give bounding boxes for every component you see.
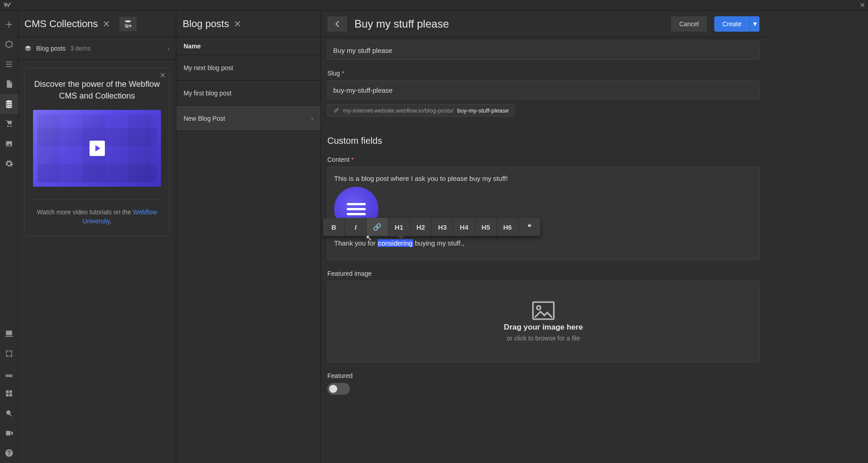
list-item[interactable]: My next blog post bbox=[176, 55, 321, 80]
right-designer-panel bbox=[766, 11, 868, 463]
rail-cube-icon[interactable] bbox=[0, 34, 18, 54]
promo-close-icon[interactable]: ✕ bbox=[160, 71, 165, 80]
rail-pages-icon[interactable] bbox=[0, 74, 18, 94]
add-collection-button[interactable] bbox=[119, 17, 137, 31]
selected-text: considering bbox=[377, 239, 413, 247]
promo-video-thumbnail[interactable] bbox=[33, 110, 161, 187]
rte-h6-button[interactable]: H6 bbox=[497, 218, 519, 236]
panel-cms-collections: CMS Collections ✕ Blog posts 3 items › ✕… bbox=[18, 11, 176, 463]
stack-icon bbox=[24, 45, 32, 52]
chevron-right-icon: › bbox=[311, 115, 313, 122]
slug-label: Slug* bbox=[327, 70, 760, 77]
list-item-label: New Blog Post bbox=[184, 115, 225, 122]
rail-add-icon[interactable] bbox=[0, 14, 18, 34]
close-list-panel-icon[interactable]: ✕ bbox=[234, 19, 241, 29]
window-close-icon[interactable]: ✕ bbox=[859, 1, 865, 9]
dropzone-subtitle: or click to browse for a file bbox=[507, 335, 580, 342]
rte-h4-button[interactable]: H4 bbox=[453, 218, 475, 236]
chevron-right-icon: › bbox=[167, 45, 170, 52]
collection-row-blog-posts[interactable]: Blog posts 3 items › bbox=[18, 37, 176, 60]
list-item-label: My next blog post bbox=[184, 64, 233, 71]
cancel-button[interactable]: Cancel bbox=[671, 16, 707, 32]
rail-search-icon[interactable] bbox=[0, 403, 18, 423]
slug-url-preview: my-internet-website.webflow.io/blog-post… bbox=[327, 104, 514, 117]
rte-paragraph: Thank you for considering buying my stuf… bbox=[334, 239, 753, 247]
left-rail bbox=[0, 11, 18, 463]
blog-posts-title: Blog posts bbox=[183, 18, 229, 30]
rte-paragraph: This is a blog post where I ask you to p… bbox=[334, 175, 753, 182]
editor-title: Buy my stuff please bbox=[354, 18, 449, 30]
cms-collections-title: CMS Collections bbox=[24, 18, 98, 30]
rail-ruler-icon[interactable] bbox=[0, 364, 18, 383]
rail-settings-icon[interactable] bbox=[0, 154, 18, 174]
divider bbox=[33, 199, 161, 200]
content-rte[interactable]: This is a blog post where I ask you to p… bbox=[327, 167, 760, 260]
featured-toggle[interactable] bbox=[327, 383, 350, 395]
slug-input[interactable] bbox=[327, 80, 760, 99]
featured-image-label: Featured image bbox=[327, 270, 760, 277]
rte-h1-button[interactable]: H1 bbox=[388, 218, 410, 236]
image-icon bbox=[531, 301, 556, 320]
rte-toolbar: B I 🔗 H1 H2 H3 H4 H5 H6 ❝ bbox=[323, 218, 540, 236]
panel-blog-posts-list: Blog posts ✕ Name My next blog post My f… bbox=[176, 11, 321, 463]
rail-navigator-icon[interactable] bbox=[0, 54, 18, 74]
rail-help-icon[interactable] bbox=[0, 443, 18, 463]
list-column-header-name: Name bbox=[176, 37, 321, 55]
rte-bold-button[interactable]: B bbox=[323, 218, 345, 236]
rte-h5-button[interactable]: H5 bbox=[475, 218, 497, 236]
featured-image-dropzone[interactable]: Drag your image here or click to browse … bbox=[327, 281, 760, 362]
rte-h3-button[interactable]: H3 bbox=[432, 218, 453, 236]
name-input[interactable] bbox=[327, 41, 760, 60]
rte-h2-button[interactable]: H2 bbox=[410, 218, 432, 236]
list-item[interactable]: My first blog post bbox=[176, 80, 321, 106]
rte-link-button[interactable]: 🔗 bbox=[367, 218, 388, 236]
rte-italic-button[interactable]: I bbox=[345, 218, 367, 236]
promo-title: Discover the power of the Webflow CMS an… bbox=[33, 78, 161, 102]
back-button[interactable] bbox=[327, 16, 347, 32]
create-button[interactable]: Create bbox=[714, 16, 750, 32]
dropzone-title: Drag your image here bbox=[504, 323, 583, 332]
link-icon bbox=[333, 107, 340, 113]
list-item[interactable]: New Blog Post › bbox=[176, 106, 321, 131]
rail-video-icon[interactable] bbox=[0, 423, 18, 443]
rail-audit-icon[interactable] bbox=[0, 324, 18, 344]
rail-assets-icon[interactable] bbox=[0, 134, 18, 154]
promo-foot-text: Watch more video tutorials on the Webflo… bbox=[33, 208, 161, 226]
rail-target-icon[interactable] bbox=[0, 344, 18, 364]
rte-quote-button[interactable]: ❝ bbox=[519, 218, 540, 236]
rail-apps-icon[interactable] bbox=[0, 383, 18, 403]
create-button-caret[interactable]: ▾ bbox=[750, 16, 760, 32]
webflow-logo bbox=[3, 1, 12, 10]
rail-commerce-icon[interactable] bbox=[0, 114, 18, 134]
featured-label: Featured bbox=[327, 372, 760, 379]
custom-fields-heading: Custom fields bbox=[327, 136, 760, 146]
collection-name: Blog posts bbox=[36, 45, 66, 52]
close-cms-panel-icon[interactable]: ✕ bbox=[103, 19, 110, 29]
rail-cms-icon[interactable] bbox=[0, 94, 18, 114]
play-icon bbox=[90, 141, 105, 156]
svg-point-1 bbox=[537, 306, 540, 310]
cms-promo-card: ✕ Discover the power of the Webflow CMS … bbox=[24, 68, 170, 236]
content-label: Content* bbox=[327, 156, 760, 163]
list-item-label: My first blog post bbox=[184, 90, 231, 97]
editor-pane: Buy my stuff please Cancel Create ▾ Slug… bbox=[321, 11, 766, 463]
collection-item-count: 3 items bbox=[70, 45, 90, 52]
